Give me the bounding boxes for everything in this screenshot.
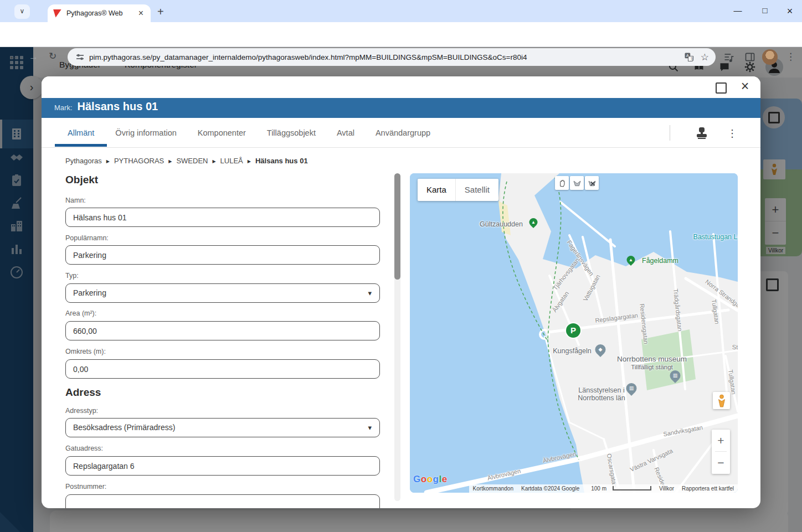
breadcrumb-item[interactable]: LULEÅ [220,157,243,165]
modal-tab-bar: Allmänt Övrig information Komponenter Ti… [42,118,760,148]
map-data-label: Kartdata ©2024 Google [517,485,583,492]
tab-title: Pythagoras® Web [66,9,137,17]
breadcrumb: Pythagoras▶PYTHAGORAS▶SWEDEN▶LULEÅ▶Hälsa… [65,157,308,165]
map-type-control: Karta Satellit [418,179,498,201]
close-icon: × [741,78,749,94]
postnummer-label: Postnummer: [65,483,106,490]
map-scale: 100 m [583,485,655,492]
browser-menu-button[interactable]: ⋮ [786,51,795,63]
place-label-museum: Norrbottens museum [617,355,687,363]
gatuadress-input[interactable] [65,456,380,476]
breadcrumb-arrow-icon: ▶ [168,159,172,164]
tab-ovrig-information[interactable]: Övrig information [114,128,177,137]
tab-anvandargrupp[interactable]: Användargrupp [374,128,431,137]
browser-tab[interactable]: Pythagoras® Web × [48,4,151,22]
typ-label: Typ: [65,272,79,280]
typ-select[interactable]: Parkering▾ [65,283,380,303]
breadcrumb-item[interactable]: PYTHAGORAS [114,157,164,165]
popularnamn-label: Populärnamn: [65,234,109,242]
google-logo[interactable]: Google [413,474,448,485]
breadcrumb-item[interactable]: Pythagoras [65,157,102,165]
place-label-lansstyrelsen-1: Länsstyrelsen i [578,386,624,394]
bookmark-star-icon[interactable]: ☆ [701,51,709,63]
parking-marker[interactable]: P [566,323,580,338]
tab-allmant[interactable]: Allmänt [66,128,95,137]
street-label: St [732,344,738,350]
reload-button[interactable]: ↻ [49,51,56,61]
scale-bar [613,486,651,490]
more-options-button[interactable]: ⋮ [727,126,736,141]
namn-input[interactable] [65,208,380,227]
museum-status-label: Tillfälligt stängt [631,364,673,370]
adresstyp-value: Besöksadress (Primäradress) [73,423,175,432]
url-text[interactable]: pim.pythagoras.se/py_datamanager_interna… [89,53,684,61]
kebab-icon: ⋮ [727,128,737,139]
url-bar[interactable]: pim.pythagoras.se/py_datamanager_interna… [68,48,716,66]
stamp-button[interactable] [694,125,711,142]
breadcrumb-arrow-icon: ▶ [106,159,110,164]
tab-komponenter[interactable]: Komponenter [197,128,247,137]
keyboard-shortcuts-link[interactable]: Kortkommandon [469,485,517,492]
place-label-gultzauudden: Gültzauudden [480,220,523,228]
terms-link[interactable]: Villkor [655,485,678,492]
pythagoras-favicon [53,9,61,18]
form-scrollbar[interactable] [394,173,400,501]
modal-drag-bar[interactable] [42,76,760,98]
tab-search-button[interactable]: ∨ [14,4,30,19]
area-label: Area (m²): [65,309,96,317]
delete-polygon-tool-button[interactable] [585,176,599,190]
browser-tab-strip: ∨ Pythagoras® Web × + — □ × [0,0,802,22]
forward-button[interactable]: → [29,51,38,63]
postnummer-input[interactable] [65,494,380,508]
place-label-bastustugan: Bastustugan Lu [693,233,738,241]
map-zoom-control: + − [712,430,730,474]
report-map-error-link[interactable]: Rapportera ett kartfel [678,485,738,492]
breadcrumb-item[interactable]: SWEDEN [176,157,208,165]
tab-close-button[interactable]: × [137,8,145,18]
modal-close-button[interactable]: × [737,78,753,94]
toolbar-divider [670,125,670,141]
adresstyp-label: Adresstyp: [65,407,98,415]
map-type-satellit-button[interactable]: Satellit [455,179,498,201]
modal-header: Mark: Hälsans hus 01 [42,98,760,118]
section-objekt-heading: Objekt [65,174,98,186]
section-adress-heading: Adress [65,386,101,399]
zoom-in-button[interactable]: + [712,430,730,451]
new-tab-button[interactable]: + [157,6,164,18]
zoom-out-button[interactable]: − [712,452,730,473]
side-panel-icon[interactable] [744,51,755,63]
modal-maximize-button[interactable] [716,82,727,94]
tab-avtal[interactable]: Avtal [336,128,356,137]
adresstyp-select[interactable]: Besöksadress (Primäradress)▾ [65,418,380,437]
browser-profile-avatar[interactable] [762,49,778,65]
polygon-icon [573,179,582,188]
scrollbar-thumb[interactable] [394,173,400,280]
translate-icon[interactable]: A文 [684,52,694,62]
stamp-icon [694,125,710,141]
back-button[interactable]: ← [9,51,18,61]
pegman-button[interactable] [713,392,730,409]
gatuadress-label: Gatuadress: [65,445,103,452]
namn-label: Namn: [65,197,86,204]
chevron-down-icon: ▾ [368,419,372,437]
hand-icon [558,179,567,188]
tab-list-icon[interactable] [723,51,734,63]
omkrets-input[interactable] [65,359,380,379]
popularnamn-input[interactable] [65,245,380,265]
map-canvas[interactable]: Tjärhovsgatan Fagerlinsvägen Älvgatan Va… [410,173,738,493]
window-maximize-button[interactable]: □ [757,6,773,15]
object-detail-modal: × Mark: Hälsans hus 01 Allmänt Övrig inf… [42,76,760,508]
map-type-karta-button[interactable]: Karta [418,179,455,201]
place-label-kungsfageln: Kungsfågeln [553,347,592,355]
window-close-button[interactable]: × [782,6,798,17]
chevron-down-icon: ▾ [368,284,372,302]
pan-tool-button[interactable] [555,176,569,190]
typ-value: Parkering [73,288,106,297]
site-info-icon[interactable] [75,53,85,62]
area-input[interactable] [65,321,380,340]
chevron-down-icon: ∨ [20,7,25,15]
draw-polygon-tool-button[interactable] [570,176,584,190]
tab-tillaggsobjekt[interactable]: Tilläggsobjekt [266,128,317,137]
window-minimize-button[interactable]: — [729,6,746,15]
entity-type-label: Mark: [54,98,73,118]
